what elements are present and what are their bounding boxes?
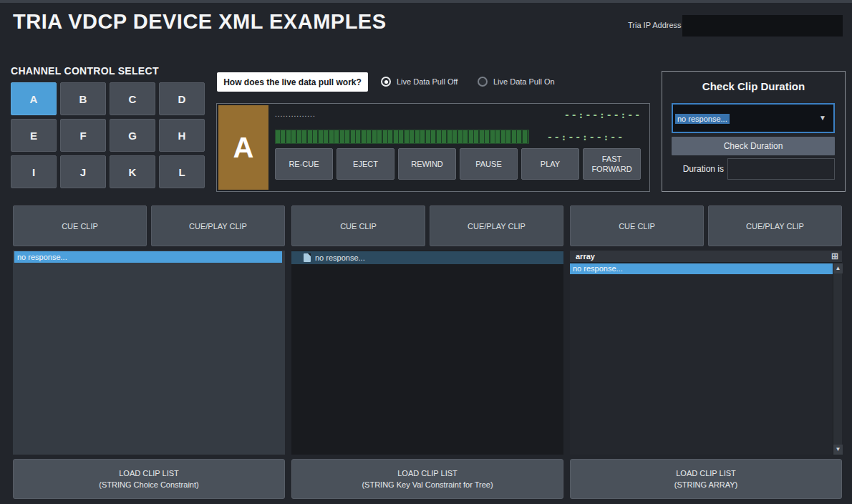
load-clip-list-button-array[interactable]: LOAD CLIP LIST (STRING ARRAY): [570, 459, 842, 499]
radio-selected-icon: [381, 77, 391, 87]
load-label-line2: (STRING Choice Constraint): [99, 480, 198, 489]
array-item-selected[interactable]: no response...: [570, 263, 833, 274]
channel-button-h[interactable]: H: [159, 119, 205, 152]
array-column-header[interactable]: array ⊞: [570, 251, 842, 263]
scroll-down-icon[interactable]: ▼: [833, 445, 843, 455]
tree-item-label: no response...: [315, 251, 365, 264]
radio-off-label: Live Data Pull Off: [397, 77, 458, 86]
fast-forward-button[interactable]: FAST FORWARD: [583, 148, 641, 180]
page-title: TRIA VDCP DEVICE XML EXAMPLES: [13, 10, 387, 34]
load-label-line1: LOAD CLIP LIST: [397, 469, 458, 478]
clip-column-choice: CUE CLIP CUE/PLAY CLIP no response... LO…: [13, 205, 285, 499]
channel-button-c[interactable]: C: [110, 82, 155, 115]
check-clip-duration-title: Check Clip Duration: [662, 80, 845, 92]
channel-grid: A B C D E F G H I J K L: [11, 82, 206, 188]
column-picker-icon[interactable]: ⊞: [831, 252, 840, 261]
live-data-help-button[interactable]: How does the live data pull work?: [217, 72, 368, 92]
load-clip-list-button-tree[interactable]: LOAD CLIP LIST (STRING Key Val Constrain…: [291, 459, 563, 499]
pause-button[interactable]: PAUSE: [460, 148, 518, 180]
clip-tree-list[interactable]: no response...: [291, 251, 563, 455]
load-label-line1: LOAD CLIP LIST: [119, 469, 179, 478]
cue-clip-button-array[interactable]: CUE CLIP: [570, 205, 704, 246]
channel-button-a[interactable]: A: [11, 82, 57, 115]
clip-progress-bar: [275, 130, 529, 144]
check-duration-button[interactable]: Check Duration: [672, 137, 835, 155]
channel-button-b[interactable]: B: [60, 82, 106, 115]
eject-button[interactable]: EJECT: [337, 148, 394, 180]
channel-button-d[interactable]: D: [159, 82, 205, 115]
load-label-line1: LOAD CLIP LIST: [676, 469, 736, 478]
timecode-elapsed: --:--:--:--: [547, 132, 624, 142]
clip-list-choice[interactable]: no response...: [13, 251, 285, 455]
loaded-clip-name: ...............: [275, 110, 316, 118]
channel-control-heading: CHANNEL CONTROL SELECT: [11, 65, 159, 77]
load-clip-list-button-choice[interactable]: LOAD CLIP LIST (STRING Choice Constraint…: [13, 459, 285, 499]
channel-button-f[interactable]: F: [60, 119, 106, 152]
channel-button-l[interactable]: L: [159, 155, 205, 188]
clip-select-dropdown[interactable]: no response... ▼: [672, 103, 835, 133]
tree-item-selected[interactable]: no response...: [291, 251, 563, 264]
list-item-selected[interactable]: no response...: [14, 251, 282, 263]
chevron-down-icon: ▼: [819, 114, 826, 122]
transport-panel: A ............... --:--:--:-- --:--:--:-…: [216, 103, 650, 192]
radio-on-label: Live Data Pull On: [493, 77, 555, 86]
clip-column-tree: CUE CLIP CUE/PLAY CLIP no response... LO…: [291, 205, 563, 499]
clip-array-list[interactable]: array ⊞ no response... ▲ ▼: [570, 251, 842, 455]
timecode-remaining: --:--:--:--: [564, 110, 642, 120]
cue-play-clip-button-tree[interactable]: CUE/PLAY CLIP: [430, 205, 563, 246]
app-window: TRIA VDCP DEVICE XML EXAMPLES Tria IP Ad…: [0, 0, 852, 504]
channel-button-k[interactable]: K: [110, 155, 155, 188]
radio-live-data-pull-off[interactable]: Live Data Pull Off: [381, 77, 458, 87]
radio-unselected-icon: [478, 77, 488, 87]
clip-column-array: CUE CLIP CUE/PLAY CLIP array ⊞ no respon…: [570, 205, 842, 499]
channel-button-i[interactable]: I: [11, 155, 57, 188]
cue-play-clip-button-choice[interactable]: CUE/PLAY CLIP: [151, 205, 285, 246]
scroll-up-icon[interactable]: ▲: [833, 263, 843, 273]
radio-live-data-pull-on[interactable]: Live Data Pull On: [478, 77, 555, 87]
tria-ip-label: Tria IP Address: [628, 21, 682, 29]
channel-button-g[interactable]: G: [110, 119, 155, 152]
dropdown-selected-value: no response...: [675, 114, 730, 124]
array-header-label: array: [576, 252, 595, 261]
duration-result-field[interactable]: [727, 158, 835, 180]
rewind-button[interactable]: REWIND: [398, 148, 456, 180]
tria-ip-input[interactable]: [682, 15, 843, 37]
recue-button[interactable]: RE-CUE: [275, 148, 333, 180]
load-label-line2: (STRING Key Val Constraint for Tree): [362, 480, 493, 489]
duration-is-label: Duration is: [662, 164, 724, 174]
transport-channel-block: A: [218, 105, 268, 190]
channel-button-j[interactable]: J: [60, 155, 106, 188]
vertical-scrollbar[interactable]: ▲ ▼: [833, 263, 842, 455]
load-label-line2: (STRING ARRAY): [674, 480, 737, 489]
cue-play-clip-button-array[interactable]: CUE/PLAY CLIP: [708, 205, 842, 246]
document-icon: [304, 253, 311, 262]
cue-clip-button-choice[interactable]: CUE CLIP: [13, 205, 147, 246]
channel-button-e[interactable]: E: [11, 119, 57, 152]
transport-button-row: RE-CUE EJECT REWIND PAUSE PLAY FAST FORW…: [275, 148, 641, 180]
cue-clip-button-tree[interactable]: CUE CLIP: [291, 205, 425, 246]
check-clip-duration-panel: Check Clip Duration no response... ▼ Che…: [662, 71, 846, 192]
play-button[interactable]: PLAY: [521, 148, 579, 180]
